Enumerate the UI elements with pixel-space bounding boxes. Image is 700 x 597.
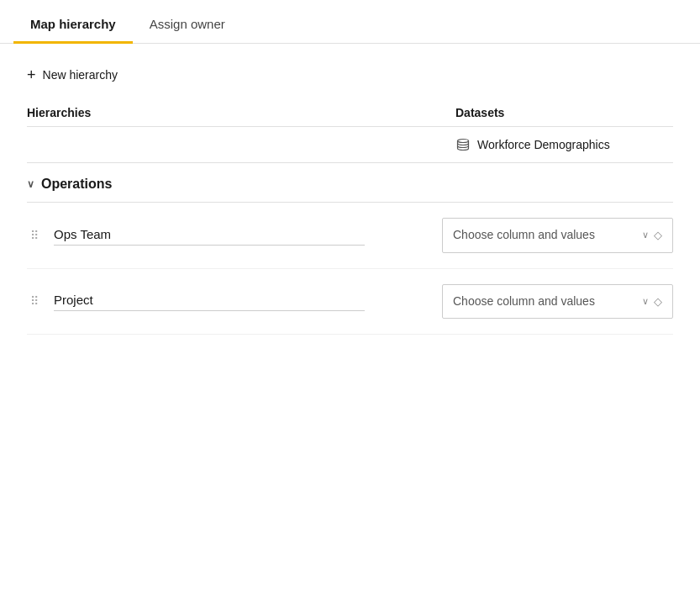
dropdown-clear-ops-team[interactable]: ◇ bbox=[654, 229, 662, 241]
new-hierarchy-label: New hierarchy bbox=[43, 68, 118, 82]
operations-section: ∨ Operations ⠿ Choose column and values … bbox=[27, 163, 673, 335]
dropdown-icons-project: ∨ ◇ bbox=[642, 295, 662, 308]
hierarchy-item-ops-team: ⠿ Choose column and values ∨ ◇ bbox=[27, 203, 673, 269]
hierarchy-name-input-ops-team[interactable] bbox=[54, 225, 365, 246]
tab-bar: Map hierarchy Assign owner bbox=[0, 0, 700, 44]
new-hierarchy-button[interactable]: + New hierarchy bbox=[27, 64, 118, 86]
hierarchy-name-input-project[interactable] bbox=[54, 291, 365, 311]
dropdown-arrow-ops-team[interactable]: ∨ bbox=[642, 230, 649, 240]
chevron-icon: ∨ bbox=[27, 178, 34, 190]
datasets-column-header: Datasets bbox=[455, 106, 673, 119]
svg-point-0 bbox=[458, 140, 469, 143]
hierarchy-item-project: ⠿ Choose column and values ∨ ◇ bbox=[27, 269, 673, 335]
choose-column-dropdown-ops-team[interactable]: Choose column and values ∨ ◇ bbox=[442, 218, 673, 253]
operations-label: Operations bbox=[41, 177, 112, 192]
hierarchies-column-header: Hierarchies bbox=[27, 106, 455, 119]
tab-assign-owner[interactable]: Assign owner bbox=[133, 5, 242, 44]
dropdown-clear-project[interactable]: ◇ bbox=[654, 295, 662, 308]
dataset-info: Workforce Demographics bbox=[455, 137, 673, 152]
tab-map-hierarchy[interactable]: Map hierarchy bbox=[13, 5, 133, 44]
database-icon bbox=[455, 137, 471, 152]
dropdown-arrow-project[interactable]: ∨ bbox=[642, 296, 649, 307]
drag-handle-project[interactable]: ⠿ bbox=[27, 295, 44, 307]
plus-icon: + bbox=[27, 67, 36, 82]
dropdown-placeholder-ops-team: Choose column and values bbox=[453, 227, 635, 244]
dataset-row: Workforce Demographics bbox=[27, 127, 673, 163]
operations-header[interactable]: ∨ Operations bbox=[27, 163, 673, 203]
main-content: + New hierarchy Hierarchies Datasets Wor… bbox=[0, 44, 700, 355]
dropdown-placeholder-project: Choose column and values bbox=[453, 293, 635, 310]
column-headers: Hierarchies Datasets bbox=[27, 106, 673, 127]
dataset-name: Workforce Demographics bbox=[477, 138, 610, 151]
dropdown-icons-ops-team: ∨ ◇ bbox=[642, 229, 662, 241]
drag-handle-ops-team[interactable]: ⠿ bbox=[27, 230, 44, 241]
choose-column-dropdown-project[interactable]: Choose column and values ∨ ◇ bbox=[442, 284, 673, 320]
